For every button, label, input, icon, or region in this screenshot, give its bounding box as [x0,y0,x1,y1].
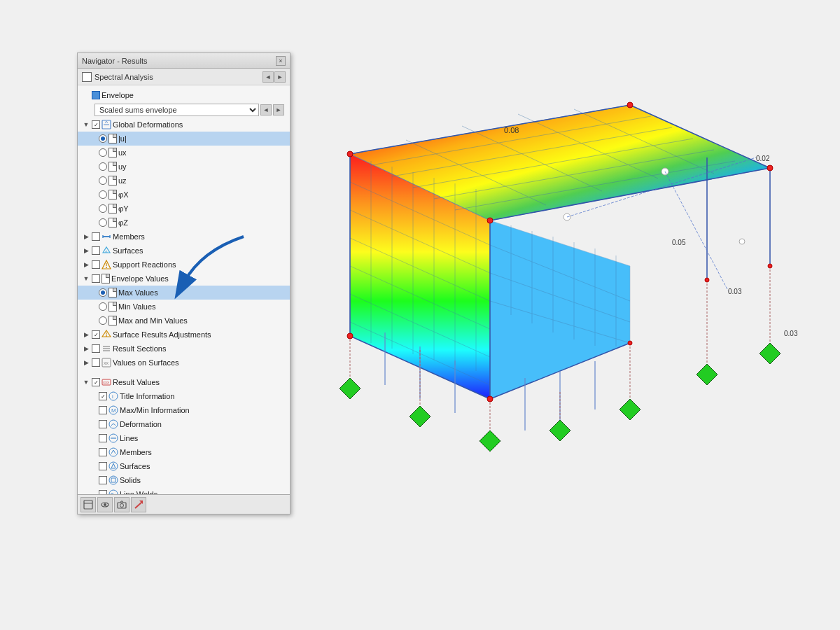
min-values-icon [108,302,117,312]
toolbar-chart-button[interactable] [131,497,146,512]
max-values-radio[interactable] [99,288,107,297]
toolbar-eye-button[interactable] [97,497,113,512]
uy-item[interactable]: uy [78,160,290,174]
global-deformations-checkbox[interactable] [92,120,100,129]
uz-radio[interactable] [99,176,107,185]
nav-prev-button[interactable]: ◄ [262,71,274,83]
envelope-values-icon [102,274,110,284]
svg-point-71 [487,396,493,402]
result-values-item[interactable]: xxx Result Values [78,375,290,389]
svg-point-122 [104,503,106,506]
ux-label: ux [118,148,127,157]
values-on-surfaces-expand[interactable] [82,358,90,367]
solids-item[interactable]: Solids [78,473,290,487]
svg-text:xxx: xxx [103,380,109,384]
global-deformations-expand[interactable] [82,120,90,129]
surfaces-checkbox[interactable] [92,246,100,255]
support-reactions-checkbox[interactable] [92,260,100,269]
values-on-surfaces-item[interactable]: xx Values on Surfaces [78,356,290,370]
svg-text:0.02: 0.02 [756,155,770,162]
members-expand[interactable] [82,232,90,241]
envelope-label: Envelope [102,91,134,99]
panel-content[interactable]: Envelope Scaled sums envelope SRSS envel… [78,85,290,494]
result-sections-checkbox[interactable] [92,344,100,353]
uz-item[interactable]: uz [78,174,290,188]
members-checkbox[interactable] [92,232,100,241]
values-on-surfaces-checkbox[interactable] [92,358,100,367]
surfaces2-item[interactable]: Surfaces [78,459,290,473]
svg-text:xx: xx [104,360,109,365]
phi-z-radio[interactable] [99,218,107,227]
ux-item[interactable]: ux [78,146,290,160]
envelope-row[interactable]: Envelope [78,88,290,102]
ux-icon [108,148,117,158]
dropdown-prev[interactable]: ◄ [260,104,272,115]
solids-checkbox[interactable] [99,476,107,484]
svg-point-113 [109,476,118,484]
phi-y-item[interactable]: φY [78,202,290,216]
values-on-surfaces-icon: xx [102,358,111,368]
svg-point-67 [627,102,633,108]
support-reactions-label: Support Reactions [113,260,176,269]
max-min-information-checkbox[interactable] [99,406,107,414]
dropdown-next[interactable]: ► [273,104,284,115]
support-reactions-item[interactable]: Support Reactions [78,258,290,272]
line-welds-item[interactable]: Line Welds [78,487,290,494]
envelope-dropdown[interactable]: Scaled sums envelope SRSS envelope CQC e… [94,104,259,116]
deformation-checkbox[interactable] [99,420,107,428]
uy-label: uy [118,162,127,171]
min-values-radio[interactable] [99,302,107,311]
phi-x-item[interactable]: φX [78,188,290,202]
toolbar-camera-button[interactable] [114,497,130,512]
surface-results-adj-expand[interactable] [82,330,90,339]
surface-results-adj-item[interactable]: Surface Results Adjustments [78,328,290,342]
envelope-values-item[interactable]: Envelope Values [78,272,290,286]
envelope-values-expand[interactable] [82,274,90,283]
surfaces-expand[interactable] [82,246,90,255]
phi-x-radio[interactable] [99,190,107,199]
global-deformations-item[interactable]: Global Deformations [78,118,290,132]
svg-marker-58 [760,343,780,364]
title-information-label: Title Information [120,392,174,400]
members2-item[interactable]: Members [78,445,290,459]
max-values-item[interactable]: Max Values [78,286,290,300]
surface-results-adj-checkbox[interactable] [92,330,100,339]
svg-rect-114 [111,478,115,482]
result-sections-item[interactable]: Result Sections [78,342,290,356]
u-abs-icon [108,134,117,144]
result-sections-expand[interactable] [82,344,90,353]
panel-close-button[interactable]: × [276,56,286,66]
lines-item[interactable]: Lines [78,431,290,445]
envelope-values-checkbox[interactable] [92,274,100,283]
phi-z-item[interactable]: φZ [78,216,290,230]
members2-checkbox[interactable] [99,448,107,456]
envelope-checkbox[interactable] [92,91,100,99]
u-abs-radio[interactable] [99,134,107,143]
svg-text:0.08: 0.08 [504,126,519,134]
panel-toolbar [78,494,290,514]
uz-label: uz [118,176,127,185]
lines-checkbox[interactable] [99,434,107,442]
max-min-values-radio[interactable] [99,316,107,325]
nav-next-button[interactable]: ► [274,71,286,83]
members-item[interactable]: Members [78,230,290,244]
title-information-checkbox[interactable] [99,392,107,400]
max-min-information-item[interactable]: M Max/Min Information [78,403,290,417]
ux-radio[interactable] [99,148,107,157]
deformation-item[interactable]: Deformation [78,417,290,431]
result-values-expand[interactable] [82,378,90,386]
result-values-checkbox[interactable] [92,378,100,386]
surface-results-adj-icon [102,330,111,340]
members2-label: Members [120,448,152,456]
toolbar-home-button[interactable] [80,497,96,512]
min-values-item[interactable]: Min Values [78,300,290,314]
max-min-values-item[interactable]: Max and Min Values [78,314,290,328]
uy-radio[interactable] [99,162,107,171]
support-reactions-expand[interactable] [82,260,90,269]
u-abs-item[interactable]: |u| [78,132,290,146]
surfaces-item[interactable]: Surfaces [78,244,290,258]
phi-y-radio[interactable] [99,204,107,213]
svg-point-92 [106,267,107,268]
title-information-item[interactable]: i Title Information [78,389,290,403]
surfaces2-checkbox[interactable] [99,462,107,470]
